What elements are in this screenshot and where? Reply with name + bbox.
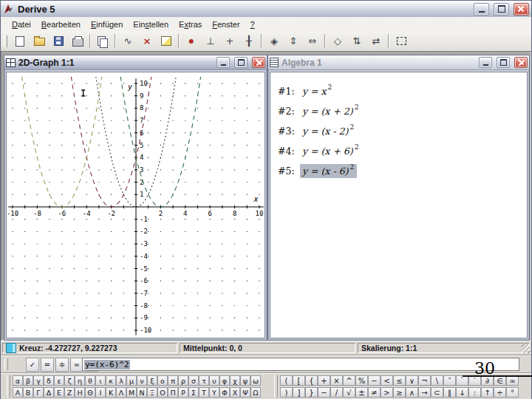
toolbar-set-origin-button[interactable]: ⊥ [201,33,220,50]
greek-upper-23-button[interactable]: Ω [250,387,261,398]
toolbar-trace-mode-button[interactable]: ● [182,33,201,50]
greek-lower-12-button[interactable]: ν [137,375,147,386]
greek-toolbar-grip[interactable] [7,375,10,398]
math-sym-2-14-button[interactable]: ↓ [456,387,468,398]
greek-upper-3-button[interactable]: Δ [44,387,54,398]
greek-upper-10-button[interactable]: Λ [116,387,126,398]
math-sym-1-5-button[interactable]: ^ [343,375,355,386]
expression-row[interactable]: #1:y = x2 [270,81,527,101]
toolbar-edit-annotation-button[interactable] [157,33,176,50]
math-sym-2-1-button[interactable]: ] [293,387,305,398]
greek-lower-17-button[interactable]: σ [188,375,199,386]
entry-simplify-button[interactable]: = [41,358,54,372]
toolbar-new-document-button[interactable] [10,33,30,50]
greek-lower-9-button[interactable]: κ [106,375,116,386]
math-toolbar-grip[interactable] [274,375,278,398]
menu-item[interactable]: ? [245,18,260,30]
maximize-button[interactable] [494,3,509,16]
toolbar-zoom-out-both-button[interactable]: ◈ [265,33,284,50]
math-sym-2-17-button[interactable]: ÷ [494,387,506,398]
toolbar-open-file-button[interactable] [30,33,49,50]
toolbar-align-on-cross-button[interactable]: ╂ [239,33,259,50]
graph-close-button[interactable] [252,57,265,68]
toolbar-print-button[interactable] [68,33,87,50]
resize-grip[interactable] [522,344,531,353]
toolbar-save-file-button[interactable] [49,33,68,50]
greek-upper-16-button[interactable]: Ρ [178,387,188,398]
greek-upper-11-button[interactable]: Μ [126,387,137,398]
toolbar-grip[interactable] [4,35,7,47]
greek-upper-9-button[interactable]: Κ [106,387,116,398]
math-sym-1-11-button[interactable]: ¬ [418,375,431,386]
greek-upper-15-button[interactable]: Π [168,387,178,398]
greek-upper-18-button[interactable]: Τ [199,387,209,398]
math-sym-1-7-button[interactable]: − [368,375,381,386]
math-sym-2-11-button[interactable]: → [418,387,431,398]
close-button[interactable] [514,3,529,16]
greek-lower-18-button[interactable]: τ [199,375,209,386]
greek-lower-15-button[interactable]: π [168,375,178,386]
entry-bar-grip[interactable] [4,358,8,370]
math-sym-2-9-button[interactable]: ≥ [393,387,406,398]
math-sym-1-0-button[interactable]: ( [280,375,293,386]
expression-input[interactable]: y=(x-6)^2 [82,358,519,371]
entry-expand-button[interactable]: ≑ [55,358,69,372]
menu-fenster[interactable]: Fenster [207,18,245,30]
math-sym-1-13-button[interactable]: ″ [443,375,456,386]
greek-lower-13-button[interactable]: ξ [147,375,157,386]
greek-lower-2-button[interactable]: γ [33,375,44,386]
greek-upper-8-button[interactable]: Ι [95,387,106,398]
greek-lower-16-button[interactable]: ρ [178,375,188,386]
expression-row[interactable]: #3:y = (x - 2)2 [270,121,527,141]
math-sym-2-4-button[interactable]: / [330,387,343,398]
greek-lower-20-button[interactable]: φ [219,375,230,386]
menu-extras[interactable]: Extras [174,18,207,30]
toolbar-center-cross-button[interactable]: + [220,33,239,50]
greek-lower-19-button[interactable]: υ [209,375,219,386]
greek-lower-7-button[interactable]: θ [85,375,95,386]
math-sym-1-12-button[interactable]: \ [431,375,443,386]
algebra-minimize-button[interactable] [479,57,492,68]
menu-einstellen[interactable]: Einstellen [128,18,174,30]
greek-lower-11-button[interactable]: μ [126,375,137,386]
menu-einf-gen[interactable]: Einfügen [86,18,128,30]
toolbar-insert-curve-button[interactable]: ∿ [118,33,137,50]
algebra-close-button[interactable] [514,57,528,68]
math-sym-1-6-button[interactable]: % [355,375,368,386]
math-sym-2-13-button[interactable]: ∥ [443,387,456,398]
math-sym-1-2-button[interactable]: { [305,375,318,386]
greek-upper-13-button[interactable]: Ξ [147,387,157,398]
math-sym-1-3-button[interactable]: + [318,375,330,386]
math-sym-1-14-button[interactable]: ` [456,375,468,386]
greek-lower-8-button[interactable]: ι [95,375,106,386]
greek-upper-0-button[interactable]: Α [13,387,23,398]
math-sym-2-5-button[interactable]: √ [343,387,355,398]
greek-lower-22-button[interactable]: ψ [240,375,250,386]
greek-lower-1-button[interactable]: β [23,375,33,386]
expression-row[interactable]: #5:y = (x - 6)2 [270,161,527,181]
math-sym-1-17-button[interactable]: ∈ [494,375,506,386]
greek-lower-14-button[interactable]: ο [157,375,168,386]
toolbar-zoom-out-vertical-button[interactable]: ⇕ [284,33,303,50]
math-sym-2-10-button[interactable]: ∧ [406,387,418,398]
math-sym-2-2-button[interactable]: } [305,387,318,398]
math-sym-2-12-button[interactable]: ⊂ [431,387,443,398]
greek-lower-21-button[interactable]: χ [230,375,240,386]
greek-lower-0-button[interactable]: α [13,375,23,386]
toolbar-delete-plot-button[interactable]: × [137,33,157,50]
math-sym-2-16-button[interactable]: ↑ [481,387,494,398]
toolbar-zoom-out-horizontal-button[interactable]: ⇔ [303,33,322,50]
minimize-button[interactable] [474,3,489,16]
math-sym-2-6-button[interactable]: ± [355,387,368,398]
toolbar-zoom-in-horizontal-button[interactable]: ⇄ [366,33,386,50]
math-sym-2-15-button[interactable]: : [468,387,481,398]
math-sym-2-18-button[interactable]: ° [506,387,519,398]
greek-upper-7-button[interactable]: Θ [85,387,95,398]
greek-upper-21-button[interactable]: Χ [230,387,240,398]
math-sym-1-8-button[interactable]: < [381,375,393,386]
greek-lower-6-button[interactable]: η [75,375,85,386]
greek-lower-23-button[interactable]: ω [250,375,261,386]
greek-upper-6-button[interactable]: Η [75,387,85,398]
expression-row[interactable]: #2:y = (x + 2)2 [270,101,527,121]
greek-upper-14-button[interactable]: Ο [157,387,168,398]
